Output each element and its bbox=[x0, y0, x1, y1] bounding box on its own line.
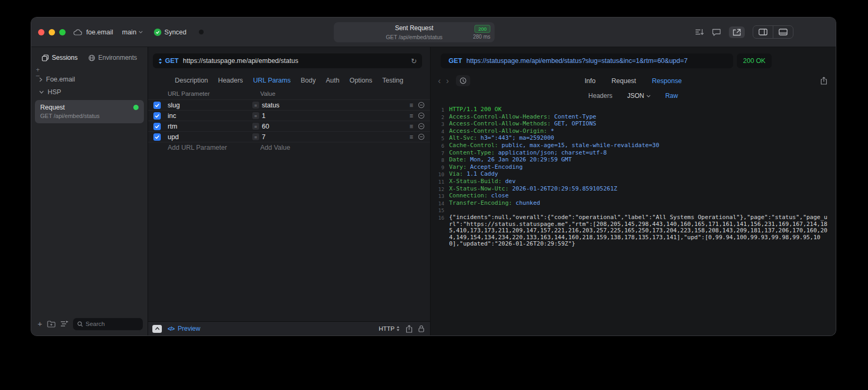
param-value[interactable]: =60 bbox=[252, 123, 269, 130]
main-content: Sessions Environments + – Foe bbox=[31, 47, 836, 335]
project-name[interactable]: foe.email bbox=[86, 29, 113, 36]
toggle-bottom-panel-button[interactable] bbox=[773, 26, 793, 38]
param-key[interactable]: slug bbox=[168, 102, 252, 109]
request-list-item-selected[interactable]: Request GET /api/embed/status bbox=[35, 100, 144, 123]
line-content: X-Status-Now-Utc: 2026-01-26T20:29:59.85… bbox=[449, 186, 617, 193]
minimize-window-button[interactable] bbox=[49, 29, 55, 35]
response-subtab-raw[interactable]: Raw bbox=[665, 92, 678, 99]
response-subtab-headers[interactable]: Headers bbox=[588, 92, 612, 99]
line-number: 13 bbox=[433, 193, 444, 200]
sidebar-tabs: Sessions Environments bbox=[31, 47, 148, 64]
row-options-icon[interactable]: ≡ bbox=[409, 123, 413, 130]
branch-name: main bbox=[122, 29, 136, 36]
param-value[interactable]: =status bbox=[252, 102, 279, 109]
request-tab-testing[interactable]: Testing bbox=[382, 77, 404, 84]
request-method[interactable]: GET bbox=[165, 57, 179, 65]
sent-request-path: GET /api/embed/status bbox=[334, 34, 495, 40]
sidebar-tab-sessions[interactable]: Sessions bbox=[42, 54, 78, 61]
row-options-icon[interactable]: ≡ bbox=[409, 112, 413, 120]
request-tab-body[interactable]: Body bbox=[300, 77, 316, 84]
response-tab-info[interactable]: Info bbox=[584, 77, 596, 85]
zoom-window-button[interactable] bbox=[59, 29, 66, 35]
search-input[interactable] bbox=[86, 321, 139, 327]
line-number: 16 bbox=[433, 214, 444, 248]
history-forward-button[interactable]: › bbox=[444, 76, 451, 86]
export-response-icon[interactable] bbox=[729, 26, 745, 38]
param-checkbox[interactable] bbox=[153, 133, 161, 141]
add-param-key-placeholder[interactable]: Add URL Parameter bbox=[168, 144, 227, 151]
row-remove-icon[interactable] bbox=[418, 102, 425, 108]
list-view-icon[interactable] bbox=[60, 321, 68, 327]
remove-item-button[interactable]: – bbox=[36, 73, 40, 79]
response-url-bar: GET https://statuspage.me/api/embed/stat… bbox=[441, 53, 733, 68]
param-checkbox[interactable] bbox=[153, 112, 161, 120]
request-tab-url-params[interactable]: URL Params bbox=[253, 77, 290, 84]
row-remove-icon[interactable] bbox=[418, 123, 425, 130]
param-checkbox[interactable] bbox=[153, 102, 161, 109]
request-tab-description[interactable]: Description bbox=[175, 77, 208, 84]
request-tab-auth[interactable]: Auth bbox=[326, 77, 340, 84]
tree-item-hsp[interactable]: HSP bbox=[31, 86, 148, 98]
toggle-console-button[interactable] bbox=[152, 325, 162, 333]
request-footer: </> Preview HTTP bbox=[148, 321, 430, 335]
param-key[interactable]: rtm bbox=[168, 123, 252, 130]
param-key[interactable]: inc bbox=[168, 112, 252, 120]
row-options-icon[interactable]: ≡ bbox=[409, 133, 413, 141]
close-window-button[interactable] bbox=[38, 29, 44, 35]
history-icon-button[interactable] bbox=[456, 75, 470, 86]
panel-toggle-group bbox=[753, 25, 793, 39]
branch-selector[interactable]: main bbox=[122, 29, 143, 36]
sessions-tree: Foe.email HSP Request GET /api/embed/sta… bbox=[31, 64, 148, 318]
toggle-right-sidebar-button[interactable] bbox=[753, 26, 773, 38]
request-status-dot bbox=[133, 105, 139, 110]
line-number: 6 bbox=[433, 142, 444, 150]
row-options-icon[interactable]: ≡ bbox=[409, 102, 413, 109]
line-number: 10 bbox=[433, 171, 444, 178]
response-tab-request[interactable]: Request bbox=[611, 77, 636, 85]
param-checkbox[interactable] bbox=[153, 123, 161, 130]
response-subtabs: HeadersJSONRaw bbox=[431, 89, 836, 103]
sidebar-search[interactable] bbox=[73, 318, 143, 330]
request-url-bar[interactable]: GET https://statuspage.me/api/embed/stat… bbox=[153, 53, 422, 68]
export-icon[interactable] bbox=[820, 77, 827, 85]
line-number: 1 bbox=[433, 106, 444, 114]
response-nav: ‹ › InfoRequestResponse bbox=[431, 72, 836, 89]
add-param-row[interactable]: Add URL Parameter Add Value bbox=[148, 142, 430, 153]
protocol-selector[interactable]: HTTP bbox=[379, 325, 400, 332]
response-body[interactable]: 1HTTP/1.1 200 OK2Access-Control-Allow-He… bbox=[431, 103, 836, 335]
sidebar-tab-environments[interactable]: Environments bbox=[88, 54, 137, 61]
request-url[interactable]: https://statuspage.me/api/embed/status bbox=[183, 57, 298, 65]
row-remove-icon[interactable] bbox=[418, 133, 425, 140]
comment-icon[interactable] bbox=[712, 29, 721, 36]
share-icon[interactable] bbox=[406, 325, 413, 333]
sort-filter-icon[interactable] bbox=[695, 29, 704, 35]
param-value[interactable]: =7 bbox=[252, 133, 266, 141]
response-subtab-json[interactable]: JSON bbox=[627, 92, 651, 99]
titlebar: foe.email main Synced Sent Request 200 G… bbox=[31, 17, 836, 47]
preview-button[interactable]: </> Preview bbox=[168, 325, 200, 332]
row-remove-icon[interactable] bbox=[418, 112, 425, 119]
response-status-badge: 200 OK bbox=[737, 53, 772, 68]
param-key[interactable]: upd bbox=[168, 133, 252, 141]
lock-icon[interactable] bbox=[418, 325, 424, 332]
history-back-button[interactable]: ‹ bbox=[436, 76, 443, 86]
project-area: foe.email main Synced bbox=[73, 29, 204, 36]
synced-check-icon bbox=[154, 29, 161, 36]
request-tab-headers[interactable]: Headers bbox=[218, 77, 243, 84]
chevron-down-icon bbox=[39, 90, 44, 94]
request-duration: 280 ms bbox=[473, 34, 490, 40]
response-line: 14Transfer-Encoding: chunked bbox=[433, 200, 828, 207]
new-request-button[interactable]: + bbox=[38, 320, 42, 328]
param-row: upd=7≡ bbox=[148, 132, 430, 142]
sent-request-summary[interactable]: Sent Request 200 GET /api/embed/status 2… bbox=[334, 22, 495, 42]
response-tab-response[interactable]: Response bbox=[652, 77, 682, 85]
param-value[interactable]: =1 bbox=[252, 112, 266, 120]
new-folder-icon[interactable] bbox=[47, 321, 56, 328]
method-selector-icon[interactable] bbox=[158, 58, 162, 64]
add-param-value-placeholder[interactable]: Add Value bbox=[260, 144, 290, 151]
resend-icon[interactable]: ↻ bbox=[411, 57, 417, 65]
preview-label: Preview bbox=[178, 325, 200, 332]
sync-status[interactable]: Synced bbox=[154, 29, 187, 36]
tree-item-foe-email[interactable]: Foe.email bbox=[31, 73, 148, 86]
request-tab-options[interactable]: Options bbox=[350, 77, 372, 84]
